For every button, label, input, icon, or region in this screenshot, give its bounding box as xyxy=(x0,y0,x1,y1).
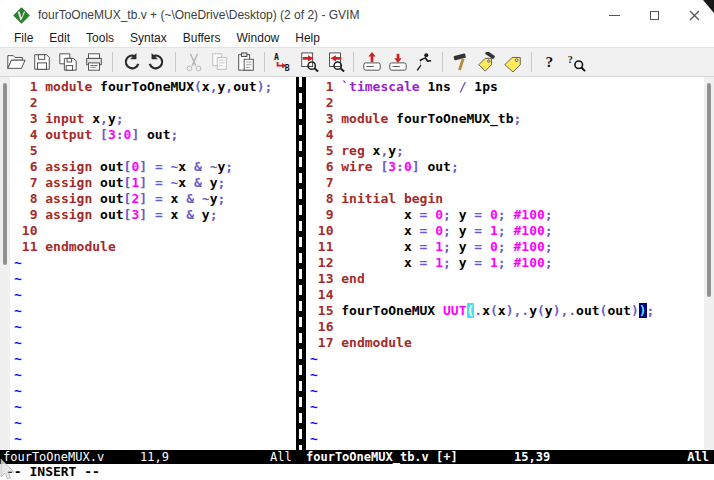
empty-line-tilde: ~ xyxy=(310,351,318,366)
code-line: 9assign out[3] = x & y; xyxy=(14,207,296,223)
code-token: & xyxy=(194,159,202,174)
code-line: 7assign out[1] = ~x & y; xyxy=(14,175,296,191)
toolbar-undo-button[interactable] xyxy=(118,49,144,75)
line-number: 8 xyxy=(14,191,37,207)
toolbar-save-all-button[interactable] xyxy=(55,49,81,75)
code-token xyxy=(92,127,100,142)
code-token: 1 xyxy=(435,239,443,254)
toolbar-save-session-button[interactable] xyxy=(385,49,411,75)
code-line: 6assign out[0] = ~x & ~y; xyxy=(14,159,296,175)
line-number: 5 xyxy=(310,143,333,159)
code-token: y xyxy=(202,175,218,190)
code-line: 10 x = 0; y = 1; #100; xyxy=(310,223,704,239)
toolbar-find-prev-button[interactable] xyxy=(322,49,348,75)
minimize-button[interactable] xyxy=(594,0,634,30)
toolbar-cut-button xyxy=(181,49,207,75)
code-token: reg xyxy=(341,143,364,158)
code-token: = xyxy=(155,191,163,206)
code-token: . xyxy=(474,303,482,318)
code-token: out xyxy=(92,175,123,190)
code-line: 9 x = 0; y = 0; #100; xyxy=(310,207,704,223)
code-token: out xyxy=(92,159,123,174)
maximize-icon xyxy=(650,11,659,20)
code-line: 3module fourToOneMUX_tb; xyxy=(310,111,704,127)
toolbar-save-file-button[interactable] xyxy=(29,49,55,75)
command-line[interactable]: -- INSERT -- xyxy=(0,464,714,480)
toolbar-open-file-button[interactable] xyxy=(3,49,29,75)
code-token xyxy=(147,207,155,222)
menu-item-help[interactable]: Help xyxy=(287,30,328,47)
code-token: = xyxy=(155,175,163,190)
code-token: #100 xyxy=(514,223,545,238)
menu-item-syntax[interactable]: Syntax xyxy=(122,30,175,47)
toolbar-separator xyxy=(442,52,443,72)
code-token: initial xyxy=(341,191,396,206)
code-token: x xyxy=(84,111,100,126)
code-token xyxy=(147,191,155,206)
menu-item-buffers[interactable]: Buffers xyxy=(175,30,229,47)
empty-line-tilde: ~ xyxy=(14,319,22,334)
find-next-icon xyxy=(299,52,319,72)
left-status-scroll: All xyxy=(270,450,292,464)
toolbar-run-ctags-button[interactable] xyxy=(474,49,500,75)
code-token: fourToOneMUX_tb xyxy=(388,111,513,126)
menu-item-file[interactable]: File xyxy=(6,30,41,47)
right-scrollbar[interactable] xyxy=(704,77,714,450)
code-token xyxy=(202,159,210,174)
save-session-icon xyxy=(388,52,408,72)
code-token: 1ps xyxy=(467,79,498,94)
maximize-button[interactable] xyxy=(634,0,674,30)
menu-item-edit[interactable]: Edit xyxy=(41,30,78,47)
toolbar-find-replace-button[interactable]: AB xyxy=(270,49,296,75)
toolbar-redo-button[interactable] xyxy=(144,49,170,75)
right-scrollbar-thumb[interactable] xyxy=(707,83,711,297)
line-number: 2 xyxy=(310,95,333,111)
code-token: & xyxy=(194,175,202,190)
left-editor-pane[interactable]: 1module fourToOneMUX(x,y,out);23input x,… xyxy=(10,77,296,450)
code-token: = xyxy=(155,159,163,174)
toolbar-tag-jump-button[interactable] xyxy=(500,49,526,75)
left-scrollbar[interactable] xyxy=(0,77,10,450)
toolbar-separator xyxy=(353,52,354,72)
code-token xyxy=(506,207,514,222)
code-token: 0 xyxy=(435,223,443,238)
toolbar-load-session-button[interactable] xyxy=(359,49,385,75)
code-token: ; xyxy=(498,207,506,222)
code-line: 11endmodule xyxy=(14,239,296,255)
code-token xyxy=(482,255,490,270)
toolbar-run-script-button[interactable] xyxy=(411,49,437,75)
code-token: ; xyxy=(443,223,451,238)
code-token: ; xyxy=(545,239,553,254)
toolbar-print-button[interactable] xyxy=(81,49,107,75)
run-ctags-icon xyxy=(477,52,497,72)
right-editor-pane[interactable]: 1`timescale 1ns / 1ps23module fourToOneM… xyxy=(306,77,704,450)
code-token: ; xyxy=(225,159,233,174)
empty-line: ~ xyxy=(14,271,296,287)
code-token: ; xyxy=(396,143,404,158)
code-line: 4 xyxy=(310,127,704,143)
toolbar-help-button[interactable]: ? xyxy=(537,49,563,75)
code-line: 5reg x,y; xyxy=(310,143,704,159)
toolbar-make-button[interactable] xyxy=(448,49,474,75)
code-token: ; xyxy=(545,207,553,222)
toolbar-separator xyxy=(264,52,265,72)
window-title: fourToOneMUX_tb.v + (~\OneDrive\Desktop)… xyxy=(38,8,359,22)
code-token: ; xyxy=(647,303,655,318)
menu-item-tools[interactable]: Tools xyxy=(78,30,122,47)
toolbar-find-help-button[interactable]: ? xyxy=(563,49,589,75)
left-scrollbar-thumb[interactable] xyxy=(3,83,7,265)
code-token: end xyxy=(341,271,364,286)
code-token: ; xyxy=(451,159,459,174)
code-token: 1ns xyxy=(420,79,459,94)
line-number: 9 xyxy=(14,207,37,223)
line-number: 3 xyxy=(310,111,333,127)
toolbar-find-next-button[interactable] xyxy=(296,49,322,75)
minimize-icon xyxy=(609,15,620,16)
code-token: ; xyxy=(443,255,451,270)
code-line: 2 xyxy=(310,95,704,111)
vertical-split-divider[interactable] xyxy=(296,77,306,450)
empty-line: ~ xyxy=(14,303,296,319)
right-status-position: 15,39 xyxy=(514,450,550,464)
menu-item-window[interactable]: Window xyxy=(229,30,288,47)
toolbar-paste-button[interactable] xyxy=(233,49,259,75)
